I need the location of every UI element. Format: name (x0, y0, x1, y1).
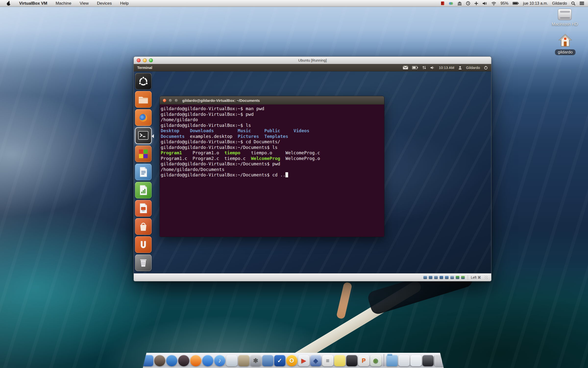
launcher-libreoffice-calc[interactable] (135, 182, 152, 198)
launcher-firefox[interactable] (135, 109, 152, 126)
desktop-icon-macintosh-hd[interactable]: Macintosh HD (549, 9, 581, 27)
dock-documents-folder[interactable] (386, 355, 398, 366)
launcher-dash-home[interactable] (135, 73, 152, 90)
dock-opera[interactable]: O (286, 355, 297, 366)
resize-grip[interactable] (484, 276, 488, 279)
status-icon-features[interactable] (461, 276, 465, 279)
terminal-line: gildardo@gildardo-VirtualBox:~/Documents… (161, 161, 383, 167)
panel-app-title[interactable]: Terminal (137, 66, 152, 70)
launcher-software-center[interactable] (135, 218, 152, 235)
itunes-glyph: ♪ (218, 358, 221, 364)
status-icon-usb[interactable] (445, 276, 449, 279)
menubar-user[interactable]: Gildardo (552, 1, 567, 6)
terminal-line: Program1.c Program2.c tiempo.c WelcomePr… (161, 156, 383, 161)
dock-photo-booth[interactable] (178, 355, 189, 366)
terminal-line: gildardo@gildardo-VirtualBox:~$ pwd (161, 112, 383, 117)
virtualbox-window: Ubuntu [Running] Terminal 10:13 AM Gilda… (134, 56, 491, 281)
terminal-titlebar[interactable]: gildardo@gildardo-VirtualBox: ~/Document… (160, 96, 384, 105)
menu-view[interactable]: View (80, 1, 89, 6)
vbox-titlebar[interactable]: Ubuntu [Running] (134, 57, 491, 64)
status-icon-video-capture[interactable] (456, 276, 459, 279)
dock-garageband[interactable] (238, 355, 249, 366)
menubar-clock[interactable]: jue 10:13 a.m. (523, 1, 548, 6)
dock-firefox[interactable] (190, 355, 201, 366)
status-icon-network[interactable] (440, 276, 443, 279)
vbox-status-icons (423, 276, 465, 279)
dock-parallels[interactable]: P (358, 355, 369, 366)
dock-preview[interactable] (226, 355, 237, 366)
spotlight-icon[interactable] (571, 1, 576, 6)
dock-terminal-app[interactable] (346, 355, 357, 366)
terminal-line: /home/gildardo (161, 117, 383, 123)
terminal-minimize-button[interactable] (169, 99, 172, 102)
macos-dock: ♪✱✓O▶◆≡P◉ (143, 353, 444, 368)
ubuntu-desktop: gildardo@gildardo-VirtualBox: ~/Document… (134, 71, 491, 273)
move-menubar-icon[interactable] (474, 1, 478, 5)
terminal-maximize-button[interactable] (174, 99, 178, 102)
dock-installer[interactable] (262, 355, 273, 366)
dock-mail-stack[interactable] (410, 355, 422, 366)
terminal-line: gildardo@gildardo-VirtualBox:~$ ls (161, 123, 383, 128)
status-icon-cd-rom[interactable] (429, 276, 432, 279)
dock-safari[interactable] (202, 355, 213, 366)
dock-divider (384, 354, 384, 366)
iphoto-glyph: ◉ (373, 358, 378, 364)
volume-menubar-icon[interactable] (482, 1, 487, 5)
minimize-button[interactable] (143, 58, 147, 62)
user-indicator-icon[interactable] (458, 66, 462, 70)
launcher-ubuntu-one[interactable] (135, 236, 152, 253)
launcher-trash[interactable] (135, 254, 152, 271)
menu-devices[interactable]: Devices (97, 1, 112, 6)
terminal-close-button[interactable] (163, 99, 166, 102)
launcher-workspace-squares[interactable] (135, 145, 152, 162)
zoom-button[interactable] (149, 58, 153, 62)
battery-percent: 95% (501, 1, 508, 6)
dock-notes[interactable]: ≡ (322, 355, 333, 366)
clock-menubar-icon[interactable] (466, 1, 470, 5)
vbox-window-title: Ubuntu [Running] (298, 58, 327, 62)
terminal-line: Program1 Program1.o tiempo tiempo.o Welc… (161, 150, 383, 156)
launcher-terminal[interactable] (135, 127, 152, 144)
menu-machine[interactable]: Machine (56, 1, 71, 6)
launcher-libreoffice-impress[interactable] (135, 200, 152, 217)
sound-indicator-icon[interactable] (430, 66, 435, 70)
dock-itunes[interactable]: ♪ (214, 355, 225, 366)
statusbar-separator (468, 275, 468, 280)
dock-system-preferences[interactable]: ✱ (250, 355, 261, 366)
launcher-home-folder[interactable] (135, 91, 152, 108)
menu-virtualbox-vm[interactable]: VirtualBox VM (19, 1, 47, 6)
dock-things[interactable]: ✓ (274, 355, 285, 366)
panel-clock[interactable]: 10:13 AM (439, 66, 454, 70)
battery-icon[interactable] (513, 2, 519, 5)
network-indicator-icon[interactable] (422, 66, 426, 70)
status-icon-audio[interactable] (434, 276, 438, 279)
panel-user[interactable]: Gildardo (466, 66, 480, 70)
dock-iphoto[interactable]: ◉ (370, 355, 381, 366)
battery-indicator-icon[interactable] (412, 66, 418, 69)
bank-menubar-icon[interactable] (457, 1, 462, 5)
terminal-line: gildardo@gildardo-VirtualBox:~$ man pwd (161, 106, 383, 112)
menu-help[interactable]: Help (120, 1, 129, 6)
sync-menubar-icon[interactable] (449, 1, 453, 5)
notification-center-icon[interactable] (580, 2, 584, 5)
dock-dashboard[interactable] (154, 355, 165, 366)
power-indicator-icon[interactable] (484, 66, 488, 70)
dock-app-store[interactable] (166, 355, 177, 366)
status-icon-shared-folders[interactable] (450, 276, 454, 279)
terminal-output[interactable]: gildardo@gildardo-VirtualBox:~$ man pwdg… (160, 105, 384, 237)
launcher-libreoffice-writer[interactable] (135, 164, 152, 180)
dock-downloads-stack[interactable] (398, 355, 410, 366)
apple-menu-icon[interactable] (6, 1, 11, 6)
message-indicator-icon[interactable] (403, 66, 408, 69)
desktop-icon-gildardo-home[interactable]: gildardo (549, 33, 581, 55)
dock-display[interactable] (422, 355, 434, 366)
things-glyph: ✓ (277, 358, 282, 364)
status-icon-hard-disk[interactable] (423, 276, 427, 279)
macos-menubar: VirtualBox VMMachineViewDevicesHelp 95% … (0, 0, 588, 7)
dock-stickies[interactable] (334, 355, 345, 366)
dock-virtualbox[interactable]: ◆ (310, 355, 321, 366)
dock-quicktime[interactable]: ▶ (298, 355, 309, 366)
wifi-menubar-icon[interactable] (491, 1, 496, 5)
virtualbox-menubar-icon[interactable] (441, 1, 444, 5)
close-button[interactable] (137, 58, 141, 62)
